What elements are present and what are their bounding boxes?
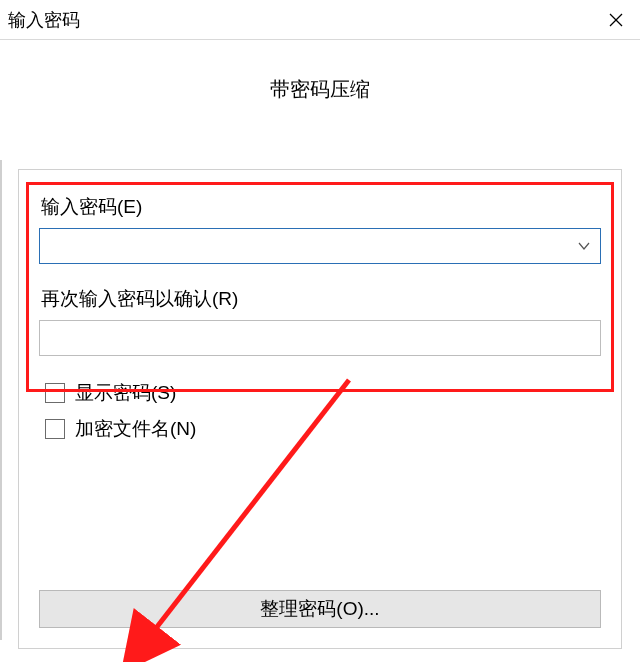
password-combo[interactable]: [39, 228, 601, 264]
confirm-input[interactable]: [48, 323, 592, 353]
organize-button-label: 整理密码(O)...: [260, 596, 379, 622]
show-password-label: 显示密码(S): [75, 380, 176, 406]
password-input[interactable]: [48, 231, 574, 261]
organize-passwords-button[interactable]: 整理密码(O)...: [39, 590, 601, 628]
confirm-field[interactable]: [39, 320, 601, 356]
confirm-label: 再次输入密码以确认(R): [41, 286, 601, 312]
encrypt-filenames-checkbox[interactable]: 加密文件名(N): [45, 416, 601, 442]
password-label: 输入密码(E): [41, 194, 601, 220]
title-bar: 输入密码: [0, 0, 640, 40]
chevron-down-icon[interactable]: [574, 236, 594, 256]
dialog-subtitle: 带密码压缩: [0, 40, 640, 117]
close-icon: [608, 12, 624, 28]
show-password-checkbox[interactable]: 显示密码(S): [45, 380, 601, 406]
left-edge-shadow: [0, 160, 2, 640]
dialog-body: 带密码压缩 输入密码(E) 再次输入密码以确认(R) 显示密码(S) 加密文件名…: [0, 40, 640, 662]
window-title: 输入密码: [8, 8, 596, 32]
checkbox-icon: [45, 419, 65, 439]
checkbox-icon: [45, 383, 65, 403]
password-group: 输入密码(E) 再次输入密码以确认(R) 显示密码(S) 加密文件名(N) 整理…: [18, 169, 622, 649]
encrypt-filenames-label: 加密文件名(N): [75, 416, 196, 442]
close-button[interactable]: [596, 0, 636, 40]
